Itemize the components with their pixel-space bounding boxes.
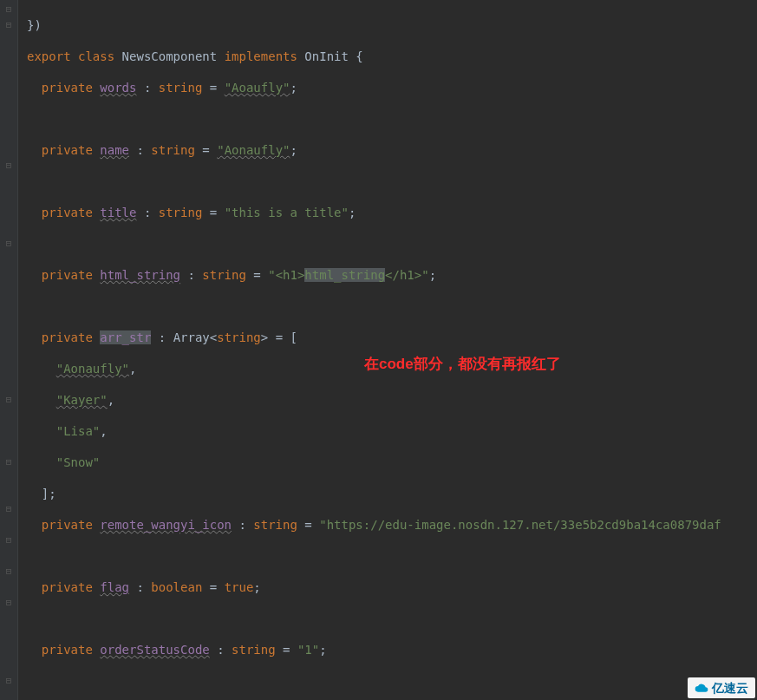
fold-icon[interactable]: ⊟ xyxy=(6,392,12,408)
code-line: private title : string = "this is a titl… xyxy=(27,205,757,220)
code-line xyxy=(27,673,757,689)
code-line: private remote_wangyi_icon : string = "h… xyxy=(27,517,757,533)
fold-close-icon[interactable]: ⊟ xyxy=(6,236,12,252)
code-line: export class NewsComponent implements On… xyxy=(27,49,757,64)
code-line: private words : string = "Aoaufly"; xyxy=(27,80,757,95)
code-line xyxy=(27,236,757,252)
code-line: "Aonaufly", xyxy=(27,361,757,376)
folding-gutter: ⊟ ⊟ ⊟ ⊟ ⊟ ⊟ ⊟ ⊟ ⊟ ⊟ ⊟ xyxy=(0,0,18,700)
code-line: "Kayer", xyxy=(27,392,757,408)
fold-close-icon[interactable]: ⊟ xyxy=(6,673,12,689)
fold-close-icon[interactable]: ⊟ xyxy=(6,564,12,579)
code-line xyxy=(27,111,757,127)
fold-open-icon[interactable]: ⊟ xyxy=(6,17,12,33)
code-line xyxy=(27,611,757,626)
code-line: }) xyxy=(27,17,757,33)
code-line: private name : string = "Aonaufly"; xyxy=(27,142,757,158)
code-line: "Snow" xyxy=(27,455,757,470)
fold-close-icon[interactable]: ⊟ xyxy=(6,501,12,517)
code-line: private html_string : string = "<h1>html… xyxy=(27,267,757,283)
fold-icon[interactable]: ⊟ xyxy=(6,533,12,548)
watermark-text: 亿速云 xyxy=(712,680,748,696)
fold-open-icon[interactable]: ⊟ xyxy=(6,158,12,173)
code-line xyxy=(27,548,757,564)
code-line: private orderStatusCode : string = "1"; xyxy=(27,642,757,657)
fold-icon[interactable]: ⊟ xyxy=(6,595,12,611)
fold-icon[interactable]: ⊟ xyxy=(6,455,12,470)
cloud-icon xyxy=(695,681,708,695)
code-line: private flag : boolean = true; xyxy=(27,579,757,595)
code-line xyxy=(27,173,757,189)
code-editor[interactable]: ⊟ ⊟ ⊟ ⊟ ⊟ ⊟ ⊟ ⊟ ⊟ ⊟ ⊟ }) export class Ne… xyxy=(0,0,757,700)
code-line: "Lisa", xyxy=(27,423,757,439)
code-area[interactable]: }) export class NewsComponent implements… xyxy=(18,0,757,700)
watermark: 亿速云 xyxy=(688,677,755,698)
fold-close-icon[interactable]: ⊟ xyxy=(6,2,12,17)
code-line: private arr_str : Array<string> = [ xyxy=(27,330,757,345)
code-line: ]; xyxy=(27,486,757,501)
code-line xyxy=(27,298,757,314)
